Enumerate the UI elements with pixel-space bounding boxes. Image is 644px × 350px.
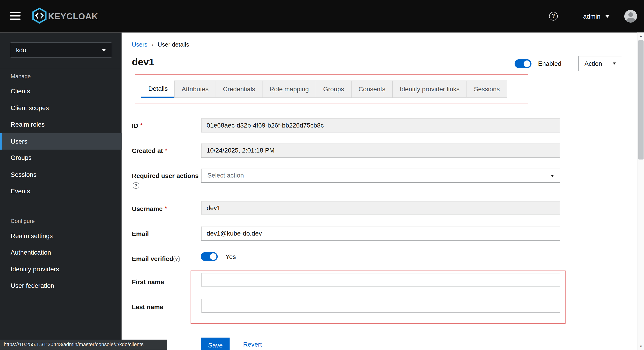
hamburger-bar [10,12,20,13]
page-title: dev1 [132,56,154,68]
question-circle-icon[interactable]: ? [174,256,180,262]
sidebar-item-clients[interactable]: Clients [0,83,122,100]
toggle-knob [210,253,216,260]
keycloak-admin-page: KEYCLOAK ? admin kdo [0,0,644,350]
realm-selector-value: kdo [16,46,26,54]
username-field[interactable] [201,201,560,215]
sidebar-item-events[interactable]: Events [0,183,122,200]
sidebar-item-user-federation[interactable]: User federation [0,278,122,294]
sidebar-item-groups[interactable]: Groups [0,150,122,166]
keycloak-logo-icon [31,7,48,26]
tab-role-mapping[interactable]: Role mapping [262,81,316,98]
chevron-down-icon [605,15,610,18]
required-actions-label: Required user actions [132,172,199,180]
username-label: Username* [132,205,167,213]
header-right: ? admin [549,0,637,33]
id-label: ID* [132,122,142,129]
sidebar-item-authentication[interactable]: Authentication [0,244,122,261]
sidebar-nav: Manage Clients Client scopes Realm roles… [0,68,122,294]
revert-link[interactable]: Revert [243,341,262,348]
masthead: KEYCLOAK ? admin [0,0,644,33]
required-actions-select[interactable]: Select action [201,168,560,183]
nav-section-manage: Manage Clients Client scopes Realm roles… [0,69,122,200]
chevron-right-icon: › [152,41,154,48]
required-asterisk: * [165,205,167,212]
nav-section-configure: Configure Realm settings Authentication … [0,214,122,294]
email-field[interactable] [201,227,560,241]
scroll-down-icon[interactable]: ▼ [637,343,644,350]
breadcrumb-current: User details [158,41,189,48]
avatar-body [626,18,635,23]
sidebar: kdo Manage Clients Client scopes Realm r… [0,33,122,350]
scroll-up-icon[interactable]: ▲ [637,33,644,40]
chevron-down-icon [102,49,106,51]
realm-selector[interactable]: kdo [10,42,112,58]
nav-section-title: Manage [0,69,122,83]
save-button[interactable]: Save [201,338,230,350]
user-menu[interactable]: admin [583,13,610,20]
email-label: Email [132,230,149,238]
id-field[interactable] [201,118,560,132]
hamburger-bar [10,19,20,20]
question-circle-icon[interactable]: ? [133,182,139,189]
last-name-label: Last name [132,303,163,311]
last-name-field[interactable] [201,299,560,313]
user-menu-label: admin [583,13,600,20]
required-asterisk: * [165,147,167,154]
sidebar-item-client-scopes[interactable]: Client scopes [0,100,122,116]
sidebar-item-identity-providers[interactable]: Identity providers [0,261,122,278]
tab-sessions[interactable]: Sessions [466,81,507,98]
first-name-field[interactable] [201,273,560,287]
email-verified-state: Yes [226,253,236,261]
created-at-field[interactable] [201,143,560,157]
enabled-label: Enabled [538,60,561,67]
user-avatar-icon[interactable] [624,10,637,23]
hamburger-bar [10,15,20,16]
viewport: KEYCLOAK ? admin kdo [0,0,644,350]
chevron-down-icon [613,62,616,64]
keycloak-brand: KEYCLOAK [31,8,98,25]
tab-attributes[interactable]: Attributes [174,81,216,98]
help-icon[interactable]: ? [549,12,558,21]
action-dropdown-label: Action [584,60,602,67]
action-dropdown[interactable]: Action [578,56,622,71]
sidebar-item-realm-roles[interactable]: Realm roles [0,116,122,133]
tab-consents[interactable]: Consents [351,81,393,98]
tab-credentials[interactable]: Credentials [216,81,262,98]
enabled-toggle[interactable] [514,59,532,68]
email-verified-toggle[interactable] [201,252,218,261]
required-actions-placeholder: Select action [207,172,244,179]
tab-identity-provider-links[interactable]: Identity provider links [392,81,467,98]
chevron-down-icon [551,174,554,177]
sidebar-item-sessions[interactable]: Sessions [0,166,122,183]
sidebar-item-users[interactable]: Users [0,133,122,150]
breadcrumb: Users › User details [132,41,189,48]
email-verified-label: Email verified [132,255,173,263]
hamburger-menu-icon[interactable] [10,12,20,21]
scrollbar-thumb[interactable] [638,40,644,160]
tab-bar: Details Attributes Credentials Role mapp… [141,81,507,98]
scrollbar[interactable]: ▲ ▼ [637,33,644,350]
brand-title: KEYCLOAK [48,12,98,21]
breadcrumb-link-users[interactable]: Users [132,41,147,48]
avatar-head [628,12,633,17]
sidebar-item-realm-settings[interactable]: Realm settings [0,228,122,244]
first-name-label: First name [132,278,164,286]
tab-details[interactable]: Details [141,81,175,98]
created-at-label: Created at* [132,147,167,154]
nav-section-title: Configure [0,214,122,228]
required-asterisk: * [140,122,142,129]
toggle-knob [524,61,530,67]
tab-groups[interactable]: Groups [316,81,352,98]
browser-status-bar: https://10.255.1.31:30443/admin/master/c… [0,340,167,350]
